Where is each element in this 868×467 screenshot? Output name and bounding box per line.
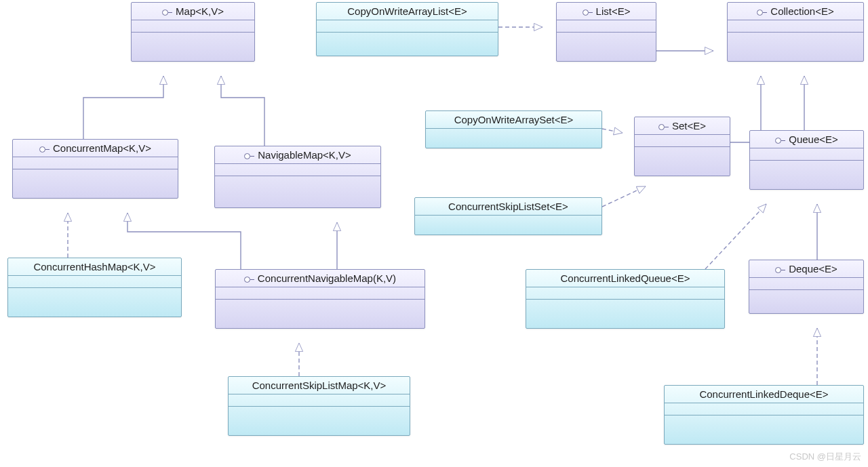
uml-interface-list-label: List<E> xyxy=(596,5,631,17)
uml-interface-list[interactable]: List<E> xyxy=(556,2,656,62)
uml-interface-navigablemap-header: NavigableMap<K,V> xyxy=(215,146,380,164)
interface-icon xyxy=(658,123,668,130)
uml-interface-concurrentnavigablemap-compartment-2 xyxy=(216,300,425,312)
uml-interface-set-compartment-1 xyxy=(635,135,730,147)
uml-class-copyonwritearraylist-compartment-2 xyxy=(317,33,498,45)
uml-interface-concurrentmap-label: ConcurrentMap<K,V> xyxy=(53,142,151,154)
uml-interface-concurrentmap-header: ConcurrentMap<K,V> xyxy=(13,140,178,157)
uml-interface-concurrentnavigablemap[interactable]: ConcurrentNavigableMap(K,V) xyxy=(215,269,425,329)
uml-class-copyonwritearraylist-header: CopyOnWriteArrayList<E> xyxy=(317,3,498,20)
uml-interface-concurrentnavigablemap-compartment-1 xyxy=(216,287,425,300)
uml-interface-collection-header: Collection<E> xyxy=(728,3,863,20)
watermark-text: CSDN @日星月云 xyxy=(789,451,861,463)
interface-icon xyxy=(244,276,254,283)
uml-interface-queue-compartment-2 xyxy=(750,161,863,173)
interface-icon xyxy=(244,153,254,159)
uml-class-copyonwritearraylist-label: CopyOnWriteArrayList<E> xyxy=(347,5,467,17)
uml-class-concurrentskiplistmap-compartment-2 xyxy=(229,407,410,419)
uml-class-concurrentlinkedqueue-label: ConcurrentLinkedQueue<E> xyxy=(561,272,690,284)
uml-interface-navigablemap-compartment-1 xyxy=(215,164,380,176)
uml-class-concurrentskiplistmap[interactable]: ConcurrentSkipListMap<K,V> xyxy=(228,376,410,436)
uml-class-concurrentlinkedqueue[interactable]: ConcurrentLinkedQueue<E> xyxy=(526,269,725,329)
uml-interface-concurrentmap[interactable]: ConcurrentMap<K,V> xyxy=(12,139,178,199)
uml-interface-set-compartment-2 xyxy=(635,147,730,159)
uml-interface-collection-compartment-1 xyxy=(728,20,863,33)
uml-interface-navigablemap[interactable]: NavigableMap<K,V> xyxy=(214,146,381,208)
uml-class-concurrentskiplistset-label: ConcurrentSkipListSet<E> xyxy=(448,201,568,212)
uml-class-concurrentlinkedqueue-header: ConcurrentLinkedQueue<E> xyxy=(526,270,724,287)
uml-interface-concurrentmap-compartment-2 xyxy=(13,169,178,182)
uml-class-copyonwritearrayset-header: CopyOnWriteArraySet<E> xyxy=(426,111,601,129)
uml-interface-concurrentnavigablemap-label: ConcurrentNavigableMap(K,V) xyxy=(258,272,396,284)
uml-interface-map[interactable]: Map<K,V> xyxy=(131,2,255,62)
uml-class-concurrentskiplistset[interactable]: ConcurrentSkipListSet<E> xyxy=(414,197,602,235)
uml-interface-queue[interactable]: Queue<E> xyxy=(749,130,864,190)
uml-interface-deque[interactable]: Deque<E> xyxy=(749,260,864,314)
uml-interface-queue-header: Queue<E> xyxy=(750,131,863,148)
uml-interface-deque-compartment-1 xyxy=(749,278,863,290)
uml-class-concurrenthashmap-compartment-1 xyxy=(8,276,181,288)
interface-icon xyxy=(162,9,172,16)
uml-class-concurrentlinkeddeque-header: ConcurrentLinkedDeque<E> xyxy=(665,386,863,403)
uml-interface-navigablemap-label: NavigableMap<K,V> xyxy=(258,149,351,161)
uml-interface-queue-label: Queue<E> xyxy=(789,134,838,145)
connector-e12 xyxy=(602,186,646,207)
connector-e11 xyxy=(602,129,623,133)
uml-class-concurrentskiplistset-header: ConcurrentSkipListSet<E> xyxy=(415,198,601,216)
uml-interface-collection-compartment-2 xyxy=(728,33,863,45)
interface-icon xyxy=(775,137,785,144)
uml-class-concurrentskiplistmap-label: ConcurrentSkipListMap<K,V> xyxy=(252,380,387,391)
uml-class-concurrentlinkedqueue-compartment-1 xyxy=(526,287,724,300)
connector-e2 xyxy=(221,76,264,146)
uml-interface-list-compartment-2 xyxy=(557,33,656,45)
uml-class-concurrenthashmap-compartment-2 xyxy=(8,288,181,300)
uml-interface-navigablemap-compartment-2 xyxy=(215,176,380,188)
uml-interface-concurrentmap-compartment-1 xyxy=(13,157,178,169)
uml-interface-collection-label: Collection<E> xyxy=(770,5,833,17)
uml-interface-deque-label: Deque<E> xyxy=(789,263,837,275)
uml-class-concurrentlinkeddeque[interactable]: ConcurrentLinkedDeque<E> xyxy=(664,385,864,445)
uml-class-concurrentskiplistset-compartment-1 xyxy=(415,216,601,228)
uml-interface-concurrentnavigablemap-header: ConcurrentNavigableMap(K,V) xyxy=(216,270,425,287)
uml-class-copyonwritearrayset-compartment-1 xyxy=(426,129,601,141)
connector-e1 xyxy=(83,76,163,139)
uml-interface-queue-compartment-1 xyxy=(750,148,863,161)
uml-class-concurrentskiplistmap-header: ConcurrentSkipListMap<K,V> xyxy=(229,377,410,394)
uml-interface-map-header: Map<K,V> xyxy=(132,3,254,20)
uml-interface-deque-compartment-2 xyxy=(749,290,863,302)
interface-icon xyxy=(39,146,49,153)
uml-interface-list-header: List<E> xyxy=(557,3,656,20)
uml-interface-map-compartment-2 xyxy=(132,33,254,45)
uml-class-copyonwritearraylist-compartment-1 xyxy=(317,20,498,33)
uml-class-concurrentlinkeddeque-label: ConcurrentLinkedDeque<E> xyxy=(699,388,828,400)
uml-interface-set[interactable]: Set<E> xyxy=(634,117,730,176)
uml-class-concurrentlinkedqueue-compartment-2 xyxy=(526,300,724,312)
uml-class-concurrenthashmap[interactable]: ConcurrentHashMap<K,V> xyxy=(7,258,182,317)
uml-class-concurrentlinkeddeque-compartment-2 xyxy=(665,415,863,428)
uml-interface-collection[interactable]: Collection<E> xyxy=(727,2,864,62)
uml-interface-set-label: Set<E> xyxy=(672,120,706,131)
uml-class-copyonwritearrayset[interactable]: CopyOnWriteArraySet<E> xyxy=(425,110,602,148)
interface-icon xyxy=(775,266,785,273)
uml-interface-deque-header: Deque<E> xyxy=(749,260,863,278)
uml-class-concurrentskiplistmap-compartment-1 xyxy=(229,394,410,407)
uml-class-concurrentlinkeddeque-compartment-1 xyxy=(665,403,863,415)
interface-icon xyxy=(583,9,592,16)
uml-class-copyonwritearrayset-label: CopyOnWriteArraySet<E> xyxy=(454,114,574,125)
uml-class-concurrenthashmap-label: ConcurrentHashMap<K,V> xyxy=(33,261,155,272)
uml-diagram-canvas: { "watermark": "CSDN @日星月云", "boxes": { … xyxy=(0,0,868,467)
uml-interface-list-compartment-1 xyxy=(557,20,656,33)
uml-interface-map-compartment-1 xyxy=(132,20,254,33)
uml-interface-map-label: Map<K,V> xyxy=(176,5,224,17)
uml-class-concurrenthashmap-header: ConcurrentHashMap<K,V> xyxy=(8,258,181,276)
uml-interface-set-header: Set<E> xyxy=(635,117,730,135)
uml-class-copyonwritearraylist[interactable]: CopyOnWriteArrayList<E> xyxy=(316,2,498,56)
interface-icon xyxy=(757,9,766,16)
